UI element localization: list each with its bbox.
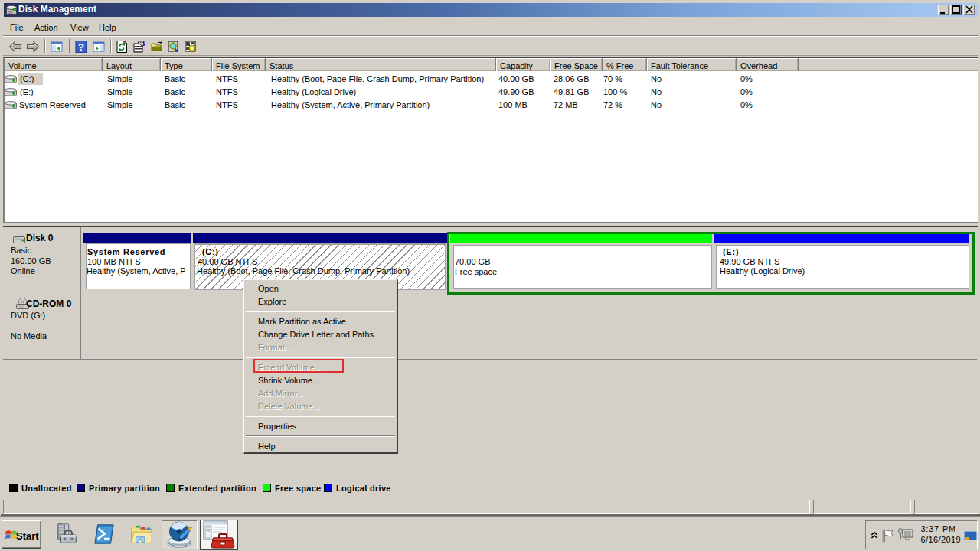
svg-text:?: ?: [78, 41, 84, 53]
